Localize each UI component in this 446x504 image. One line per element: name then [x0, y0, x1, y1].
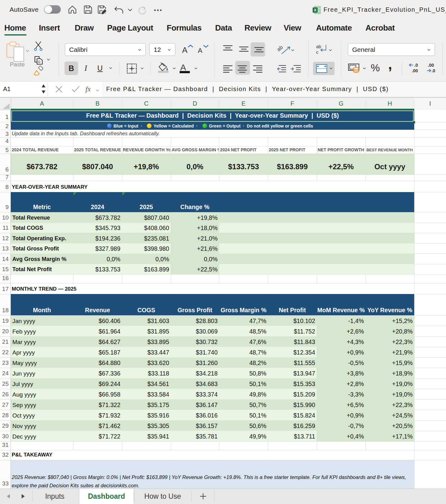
svg-text:A: A: [182, 45, 188, 55]
svg-text:c: c: [316, 49, 319, 55]
svg-text:A: A: [198, 47, 202, 54]
svg-text:.0: .0: [414, 63, 418, 68]
svg-text:ab: ab: [316, 44, 321, 49]
svg-text:A: A: [180, 63, 186, 72]
svg-text:.0: .0: [431, 68, 435, 73]
svg-text:X: X: [314, 8, 317, 12]
svg-text:.00: .00: [412, 68, 418, 73]
svg-text:.00: .00: [428, 63, 434, 68]
